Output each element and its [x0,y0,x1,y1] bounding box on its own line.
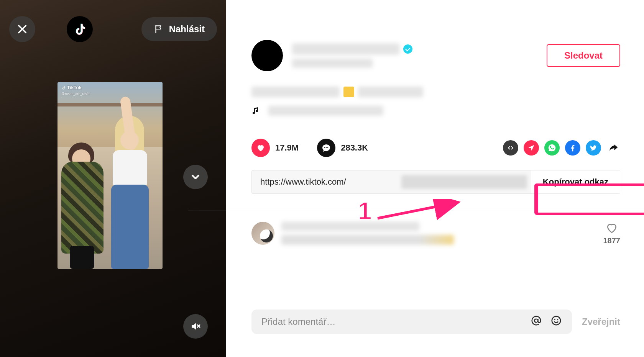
video-player[interactable]: TikTok @roses_are_rosie [58,82,163,269]
sound-name-redacted [268,106,383,116]
at-icon [531,315,542,326]
facebook-icon [568,144,577,152]
share-whatsapp-button[interactable] [544,140,560,156]
svg-point-1 [326,147,327,148]
profile-header: Sledovat [226,0,620,71]
comment-stat[interactable]: 283.3K [317,139,368,157]
next-video-button[interactable] [183,165,208,189]
video-figure-2 [104,104,157,269]
annotation-step-number: 1 [358,197,372,225]
flag-icon [154,24,164,34]
comment-item: 1877 [251,222,620,245]
like-stat[interactable]: 17.9M [251,139,299,157]
video-watermark: TikTok @roses_are_rosie [61,85,90,97]
share-twitter-button[interactable] [586,140,601,156]
report-label: Nahlásit [169,24,205,34]
app-root: Nahlásit TikTok @roses_are_rosie [0,0,644,357]
comment-icon [317,139,335,157]
follow-button[interactable]: Sledovat [547,44,620,67]
watermark-handle: @roses_are_rosie [61,91,90,97]
close-button[interactable] [9,16,35,42]
verified-badge-icon [403,44,412,54]
twitter-icon [590,144,597,152]
volume-mute-icon [190,321,201,332]
stats-row: 17.9M 283.3K [251,139,620,157]
comment-like-count: 1877 [603,236,621,245]
comment-text-redacted [281,235,454,245]
like-count: 17.9M [275,143,299,153]
video-panel: Nahlásit TikTok @roses_are_rosie [0,0,226,357]
video-top-bar: Nahlásit [9,16,217,42]
tiktok-icon [72,22,87,36]
comment-avatar[interactable] [251,222,274,245]
tiktok-logo[interactable] [67,16,93,42]
display-name-redacted [292,59,373,68]
name-column [292,43,412,68]
mention-button[interactable] [531,315,542,329]
comment-author-redacted [281,222,419,231]
share-embed-button[interactable] [503,140,518,156]
video-figure-1 [61,131,104,269]
comment-placeholder: Přidat komentář… [261,316,335,327]
section-divider [188,211,644,211]
comment-input[interactable]: Přidat komentář… [251,310,572,334]
share-send-button[interactable] [524,140,539,156]
embed-icon [507,144,514,152]
caption-part-2 [358,87,423,97]
smile-icon [550,315,562,326]
whatsapp-icon [548,144,556,152]
share-link-row: https://www.tiktok.com/ Kopírovat odkaz [251,170,620,194]
sound-row[interactable] [251,106,620,116]
close-icon [16,23,28,35]
music-note-icon [251,106,261,115]
compose-bar: Přidat komentář… Zveřejnit [251,310,620,334]
comment-like[interactable]: 1877 [603,222,621,245]
svg-point-6 [557,319,558,320]
svg-point-2 [327,147,329,148]
avatar[interactable] [251,40,283,71]
svg-point-0 [324,147,325,148]
comment-body [281,222,591,245]
heart-outline-icon [606,222,618,234]
share-arrow-icon [608,142,619,154]
video-caption [251,87,620,97]
share-link-text[interactable]: https://www.tiktok.com/ [252,170,531,193]
comment-count: 283.3K [341,143,368,153]
emoji-icon [343,87,354,97]
caption-part-1 [251,87,340,97]
info-panel: Sledovat 17.9M 283.3K [226,0,644,357]
username-redacted [292,43,399,55]
copy-link-button[interactable]: Kopírovat odkaz [531,170,620,193]
svg-point-4 [552,316,561,325]
share-facebook-button[interactable] [565,140,580,156]
send-icon [527,144,535,152]
svg-line-3 [378,202,458,218]
share-link-redacted [401,175,527,189]
watermark-brand: TikTok [67,85,82,90]
share-icons [503,140,620,156]
chevron-down-icon [189,171,202,183]
post-comment-button[interactable]: Zveřejnit [582,316,620,327]
share-link-visible: https://www.tiktok.com/ [260,177,346,187]
emoji-button[interactable] [550,315,562,329]
svg-point-5 [554,319,555,320]
mute-button[interactable] [183,314,208,339]
username-row[interactable] [292,43,412,55]
share-more-button[interactable] [606,141,620,155]
heart-icon [251,139,270,157]
report-button[interactable]: Nahlásit [141,17,217,41]
